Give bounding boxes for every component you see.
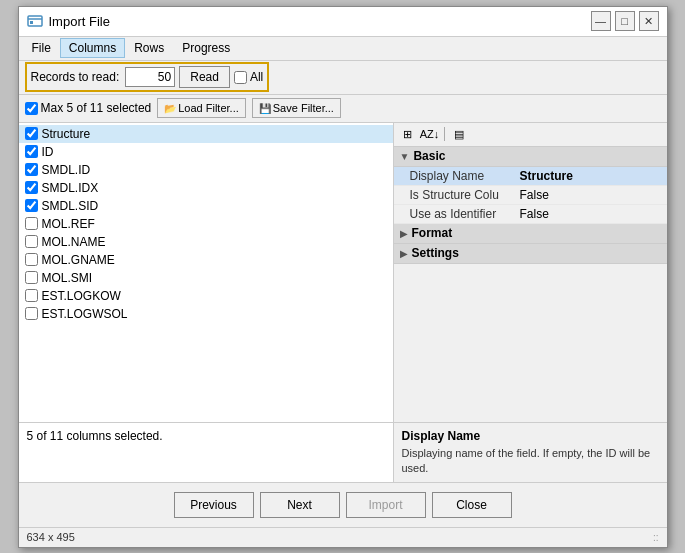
- save-filter-icon: 💾: [259, 103, 271, 114]
- read-button[interactable]: Read: [179, 66, 230, 88]
- column-checkbox[interactable]: [25, 289, 38, 302]
- properties-panel: ⊞ AZ↓ ▤ ▼ Basic Display Name Structur: [394, 123, 667, 422]
- close-button[interactable]: Close: [432, 492, 512, 518]
- records-label: Records to read:: [31, 70, 120, 84]
- records-input[interactable]: [125, 67, 175, 87]
- sort-az-icon: AZ↓: [420, 128, 440, 140]
- column-list-item[interactable]: MOL.REF: [19, 215, 393, 233]
- format-section-header[interactable]: ▶ Format: [394, 224, 667, 244]
- column-list-item[interactable]: ID: [19, 143, 393, 161]
- column-list-item[interactable]: SMDL.ID: [19, 161, 393, 179]
- format-section-arrow: ▶: [400, 228, 408, 239]
- max-selected-label[interactable]: Max 5 of 11 selected: [25, 101, 152, 115]
- maximize-button[interactable]: □: [615, 11, 635, 31]
- column-name: SMDL.ID: [42, 163, 91, 177]
- column-list-item[interactable]: Structure: [19, 125, 393, 143]
- column-name: EST.LOGKOW: [42, 289, 121, 303]
- column-name: MOL.NAME: [42, 235, 106, 249]
- column-list-item[interactable]: EST.LOGKOW: [19, 287, 393, 305]
- menu-columns[interactable]: Columns: [60, 38, 125, 58]
- column-checkbox[interactable]: [25, 163, 38, 176]
- column-name: MOL.REF: [42, 217, 95, 231]
- menu-progress[interactable]: Progress: [173, 38, 239, 58]
- all-checkbox[interactable]: [234, 71, 247, 84]
- max-label: Max 5 of 11 selected: [41, 101, 152, 115]
- column-checkbox[interactable]: [25, 253, 38, 266]
- basic-section: ▼ Basic Display Name Structure Is Struct…: [394, 147, 667, 224]
- column-list-item[interactable]: SMDL.IDX: [19, 179, 393, 197]
- window-icon: [27, 13, 43, 29]
- title-buttons: — □ ✕: [591, 11, 659, 31]
- filter-icon: ▤: [454, 128, 464, 141]
- window-title: Import File: [49, 14, 591, 29]
- format-section-title: Format: [412, 226, 453, 240]
- title-bar: Import File — □ ✕: [19, 7, 667, 37]
- settings-section: ▶ Settings: [394, 244, 667, 264]
- property-help-title: Display Name: [402, 429, 659, 443]
- prop-display-name-value: Structure: [520, 169, 573, 183]
- column-checkbox[interactable]: [25, 217, 38, 230]
- prop-display-name-key: Display Name: [410, 169, 520, 183]
- dimensions-text: 634 x 495: [27, 531, 75, 543]
- basic-section-header[interactable]: ▼ Basic: [394, 147, 667, 167]
- column-checkbox[interactable]: [25, 199, 38, 212]
- load-filter-button[interactable]: 📂 Load Filter...: [157, 98, 246, 118]
- properties-toolbar: ⊞ AZ↓ ▤: [394, 123, 667, 147]
- column-checkbox[interactable]: [25, 181, 38, 194]
- column-checkbox[interactable]: [25, 235, 38, 248]
- column-checkbox[interactable]: [25, 307, 38, 320]
- prop-use-as-identifier-row: Use as Identifier False: [394, 205, 667, 224]
- column-list-item[interactable]: MOL.SMI: [19, 269, 393, 287]
- column-list-item[interactable]: SMDL.SID: [19, 197, 393, 215]
- columns-status-text: 5 of 11 columns selected.: [27, 429, 163, 443]
- svg-rect-2: [30, 21, 33, 24]
- prop-use-as-identifier-value: False: [520, 207, 549, 221]
- close-window-button[interactable]: ✕: [639, 11, 659, 31]
- format-section: ▶ Format: [394, 224, 667, 244]
- column-checkbox[interactable]: [25, 271, 38, 284]
- column-name: MOL.GNAME: [42, 253, 115, 267]
- columns-status: 5 of 11 columns selected.: [19, 423, 394, 482]
- column-name: MOL.SMI: [42, 271, 93, 285]
- load-filter-icon: 📂: [164, 103, 176, 114]
- prop-grid-button[interactable]: ⊞: [398, 125, 418, 143]
- column-checkbox[interactable]: [25, 127, 38, 140]
- settings-section-header[interactable]: ▶ Settings: [394, 244, 667, 264]
- bottom-info: 5 of 11 columns selected. Display Name D…: [19, 423, 667, 483]
- filter-bar: Max 5 of 11 selected 📂 Load Filter... 💾 …: [19, 95, 667, 123]
- prop-is-structure-value: False: [520, 188, 549, 202]
- menu-rows[interactable]: Rows: [125, 38, 173, 58]
- next-button[interactable]: Next: [260, 492, 340, 518]
- main-content: StructureIDSMDL.IDSMDL.IDXSMDL.SIDMOL.RE…: [19, 123, 667, 423]
- column-name: SMDL.SID: [42, 199, 99, 213]
- column-checkbox[interactable]: [25, 145, 38, 158]
- previous-button[interactable]: Previous: [174, 492, 254, 518]
- column-name: SMDL.IDX: [42, 181, 99, 195]
- column-list-item[interactable]: MOL.NAME: [19, 233, 393, 251]
- property-help: Display Name Displaying name of the fiel…: [394, 423, 667, 482]
- import-button[interactable]: Import: [346, 492, 426, 518]
- toolbar: Records to read: Read All: [19, 61, 667, 95]
- prop-sort-button[interactable]: AZ↓: [420, 125, 440, 143]
- status-bar: 634 x 495 ::: [19, 527, 667, 547]
- column-name: ID: [42, 145, 54, 159]
- column-list-item[interactable]: EST.LOGWSOL: [19, 305, 393, 323]
- all-label: All: [250, 70, 263, 84]
- basic-section-arrow: ▼: [400, 151, 410, 162]
- menu-bar: File Columns Rows Progress: [19, 37, 667, 61]
- prop-display-name-row: Display Name Structure: [394, 167, 667, 186]
- property-help-description: Displaying name of the field. If empty, …: [402, 446, 659, 477]
- minimize-button[interactable]: —: [591, 11, 611, 31]
- column-list-item[interactable]: MOL.GNAME: [19, 251, 393, 269]
- main-window: Import File — □ ✕ File Columns Rows Prog…: [18, 6, 668, 548]
- all-checkbox-label[interactable]: All: [234, 70, 263, 84]
- menu-file[interactable]: File: [23, 38, 60, 58]
- prop-is-structure-row: Is Structure Colu False: [394, 186, 667, 205]
- button-bar: Previous Next Import Close: [19, 483, 667, 527]
- save-filter-button[interactable]: 💾 Save Filter...: [252, 98, 341, 118]
- prop-filter-button[interactable]: ▤: [449, 125, 469, 143]
- records-toolbar-group: Records to read: Read All: [25, 62, 270, 92]
- settings-section-title: Settings: [412, 246, 459, 260]
- max-checkbox[interactable]: [25, 102, 38, 115]
- columns-list: StructureIDSMDL.IDSMDL.IDXSMDL.SIDMOL.RE…: [19, 123, 394, 422]
